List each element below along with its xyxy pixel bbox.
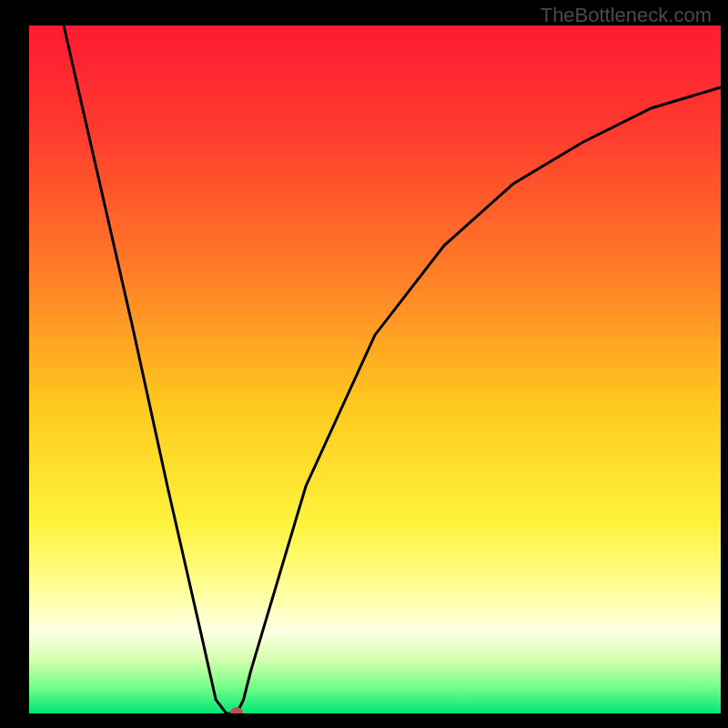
chart-container: TheBottleneck.com bbox=[0, 0, 728, 728]
frame-left bbox=[0, 0, 29, 728]
plot-background bbox=[29, 25, 721, 713]
frame-right bbox=[721, 0, 728, 728]
chart-svg bbox=[0, 0, 728, 728]
watermark-text: TheBottleneck.com bbox=[541, 4, 712, 27]
frame-bottom bbox=[0, 713, 728, 728]
